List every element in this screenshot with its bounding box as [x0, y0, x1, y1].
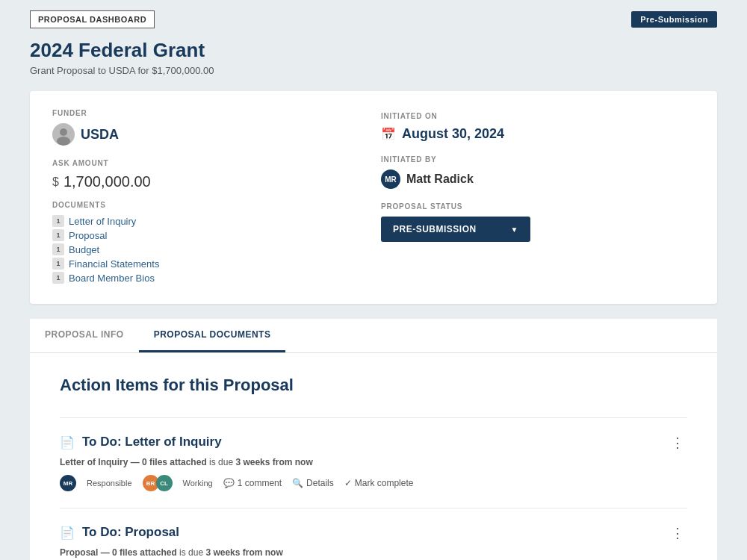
ask-amount-value: 1,700,000.00 — [63, 173, 151, 190]
responsible-label: Responsible — [87, 479, 132, 488]
initiated-label: INITIATED ON — [381, 112, 695, 120]
status-label: PROPOSAL STATUS — [381, 202, 695, 211]
top-bar: PROPOSAL DASHBOARD Pre-Submission — [0, 0, 747, 39]
initiated-by-label: INITIATED BY — [381, 155, 695, 164]
funder-name: USDA — [81, 127, 119, 143]
document-icon-2: 📄 — [60, 526, 75, 540]
action-item-1-meta: Letter of Inquiry — 0 files attached is … — [60, 457, 687, 467]
doc-link[interactable]: Letter of Inquiry — [69, 216, 136, 227]
list-item: 1 Letter of Inquiry — [52, 215, 366, 227]
list-item: 1 Financial Statements — [52, 258, 366, 270]
action-item-2-more-button[interactable]: ⋮ — [668, 525, 687, 541]
main-content: 2024 Federal Grant Grant Proposal to USD… — [0, 39, 747, 560]
action-item-1-meta-due: is due — [209, 457, 235, 467]
action-item-1-title-text: To Do: Letter of Inquiry — [82, 435, 222, 449]
tabs-container: PROPOSAL INFO PROPOSAL DOCUMENTS — [30, 319, 717, 353]
status-dropdown-value: PRE-SUBMISSION — [393, 224, 477, 234]
details-icon: 🔍 — [292, 478, 303, 488]
action-item-1: 📄 To Do: Letter of Inquiry ⋮ Letter of I… — [60, 417, 687, 508]
proposal-content: Action Items for this Proposal 📄 To Do: … — [30, 353, 717, 560]
comment-label: 1 comment — [238, 478, 282, 488]
ask-label: ASK AMOUNT — [52, 159, 366, 167]
mark-complete-label: Mark complete — [355, 478, 414, 488]
page-subtitle: Grant Proposal to USDA for $1,700,000.00 — [30, 65, 717, 76]
doc-icon: 1 — [52, 229, 64, 241]
documents-label: DOCUMENTS — [52, 201, 366, 209]
working-label: Working — [183, 479, 213, 488]
action-item-1-actions: MR Responsible BR CL Working 💬 1 comment… — [60, 475, 687, 491]
doc-link[interactable]: Board Member Bios — [69, 273, 155, 284]
action-item-1-meta-main: Letter of Inquiry — 0 files attached — [60, 457, 207, 467]
funder-label: FUNDER — [52, 109, 366, 117]
doc-icon: 1 — [52, 272, 64, 284]
tab-proposal-info[interactable]: PROPOSAL INFO — [30, 319, 139, 352]
info-card: FUNDER USDA ASK AMOUNT $ 1,700,000.00 — [30, 91, 717, 304]
documents-list: 1 Letter of Inquiry 1 Proposal 1 Budget … — [52, 215, 366, 284]
working-avatar-2: CL — [156, 475, 173, 491]
comment-link[interactable]: 💬 1 comment — [223, 478, 282, 488]
doc-icon: 1 — [52, 258, 64, 270]
dollar-sign: $ — [52, 175, 59, 189]
doc-link[interactable]: Budget — [69, 244, 99, 255]
action-item-2-meta-due-time: 3 weeks from now — [205, 547, 282, 558]
checkmark-icon: ✓ — [344, 478, 352, 488]
pre-submission-badge: Pre-Submission — [631, 11, 717, 28]
info-left-col: FUNDER USDA ASK AMOUNT $ 1,700,000.00 — [52, 109, 366, 286]
calendar-icon: 📅 — [381, 127, 396, 141]
action-item-2-title-text: To Do: Proposal — [82, 525, 179, 540]
comment-icon: 💬 — [223, 478, 235, 488]
funder-row: USDA — [52, 123, 366, 146]
action-items-title: Action Items for this Proposal — [60, 376, 687, 395]
doc-icon: 1 — [52, 215, 64, 227]
action-item-2-header: 📄 To Do: Proposal ⋮ — [60, 525, 687, 541]
details-link[interactable]: 🔍 Details — [292, 478, 334, 488]
ask-amount-row: $ 1,700,000.00 — [52, 173, 366, 190]
action-item-1-title: 📄 To Do: Letter of Inquiry — [60, 435, 222, 449]
initiated-date: August 30, 2024 — [402, 126, 504, 142]
documents-section: DOCUMENTS 1 Letter of Inquiry 1 Proposal… — [52, 201, 366, 284]
status-dropdown[interactable]: PRE-SUBMISSION ▼ — [381, 217, 530, 242]
responsible-avatar: MR — [60, 475, 76, 491]
svg-point-2 — [57, 137, 70, 146]
user-avatar: MR — [381, 169, 400, 189]
action-item-1-more-button[interactable]: ⋮ — [668, 435, 687, 451]
svg-point-1 — [60, 128, 67, 136]
action-item-2-meta: Proposal — 0 files attached is due 3 wee… — [60, 547, 687, 558]
initiated-row: 📅 August 30, 2024 — [381, 126, 695, 142]
action-item-2-title: 📄 To Do: Proposal — [60, 525, 179, 540]
info-right-col: INITIATED ON 📅 August 30, 2024 INITIATED… — [381, 109, 695, 286]
doc-icon: 1 — [52, 243, 64, 255]
tab-proposal-documents[interactable]: PROPOSAL DOCUMENTS — [139, 319, 286, 352]
doc-link[interactable]: Financial Statements — [69, 258, 159, 270]
action-item-2: 📄 To Do: Proposal ⋮ Proposal — 0 files a… — [60, 508, 687, 560]
doc-link[interactable]: Proposal — [69, 230, 107, 241]
initiated-by-row: MR Matt Radick — [381, 169, 695, 189]
chevron-down-icon: ▼ — [511, 225, 518, 234]
details-label: Details — [306, 478, 334, 488]
action-item-2-meta-main: Proposal — 0 files attached — [60, 547, 177, 558]
list-item: 1 Budget — [52, 243, 366, 255]
action-item-2-meta-due: is due — [179, 547, 205, 558]
proposal-dashboard-button[interactable]: PROPOSAL DASHBOARD — [30, 10, 155, 28]
action-item-1-meta-due-time: 3 weeks from now — [235, 457, 312, 467]
list-item: 1 Proposal — [52, 229, 366, 241]
initiated-by-name: Matt Radick — [406, 172, 474, 186]
action-item-1-header: 📄 To Do: Letter of Inquiry ⋮ — [60, 435, 687, 451]
mark-complete-link[interactable]: ✓ Mark complete — [344, 478, 414, 488]
working-avatars: BR CL — [143, 475, 173, 491]
funder-avatar — [52, 123, 75, 146]
list-item: 1 Board Member Bios — [52, 272, 366, 284]
page-title: 2024 Federal Grant — [30, 39, 717, 62]
document-icon: 📄 — [60, 435, 75, 449]
